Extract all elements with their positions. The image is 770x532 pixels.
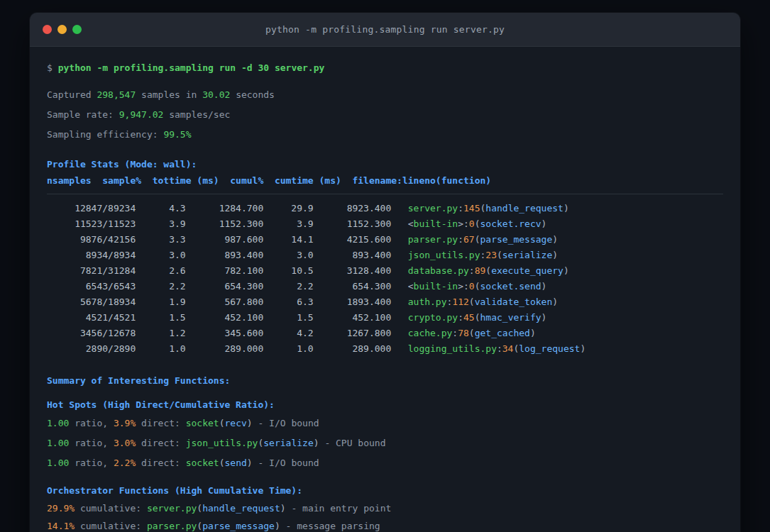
text-segment: python -m profiling.sampling run -d 30 s… [58, 62, 325, 73]
text-segment: server.py [147, 503, 197, 514]
text-segment: 2890/2890 1.0 289.000 1.0 289.000 [47, 343, 408, 354]
hot-spot-line: 1.00 ratio, 2.2% direct: socket(send) - … [47, 453, 723, 473]
text-segment: log_request [519, 343, 580, 354]
text-segment: cumulative: [75, 521, 147, 531]
text-segment: Sampling efficiency: [47, 129, 163, 140]
text-segment: - message parsing [280, 521, 380, 531]
text-segment: direct: [136, 458, 185, 468]
orchestrator-heading: Orchestrator Functions (High Cumulative … [47, 482, 723, 499]
text-segment: parse_message [202, 521, 275, 531]
text-segment: Sample rate: [47, 109, 119, 120]
text-segment: database.py [408, 265, 469, 276]
text-segment: hmac_verify [480, 312, 541, 323]
zoom-button[interactable] [72, 25, 82, 34]
text-segment: 3.0% [114, 438, 136, 448]
text-segment: 23 [485, 250, 497, 260]
text-segment: Captured [47, 89, 97, 100]
text-segment: ) [314, 438, 319, 448]
sampling-efficiency-line: Sampling efficiency: 99.5% [47, 125, 723, 145]
text-segment: built-in [414, 281, 458, 292]
text-segment: socket.send [480, 281, 541, 292]
text-segment: cache.py [408, 328, 453, 338]
text-segment: 34 [502, 343, 514, 354]
text-segment: ratio, [69, 418, 114, 428]
text-segment: parser.py [408, 234, 458, 245]
stats-row: 11523/11523 3.9 1152.300 3.9 1152.300 <b… [47, 216, 723, 232]
text-segment: < [408, 281, 414, 292]
profile-stats-heading: Profile Stats (Mode: wall): [47, 156, 723, 173]
text-segment: Orchestrator Functions (High Cumulative … [47, 485, 302, 496]
text-segment: parser.py [147, 521, 197, 531]
text-segment: Summary of Interesting Functions: [47, 375, 230, 386]
text-segment: 9,947.02 [119, 109, 164, 120]
text-segment: direct: [136, 418, 185, 428]
text-segment: - main entry point [286, 503, 392, 514]
traffic-lights [43, 25, 82, 34]
text-segment: recv [225, 418, 247, 428]
text-segment: : [458, 312, 463, 323]
terminal-titlebar[interactable]: python -m profiling.sampling run server.… [30, 13, 740, 47]
text-segment: nsamples sample% tottime (ms) cumul% cum… [47, 175, 491, 186]
text-segment: 1.00 [47, 418, 69, 428]
stats-columns-header: nsamples sample% tottime (ms) cumul% cum… [47, 173, 723, 189]
table-divider [47, 194, 723, 194]
stats-row: 6543/6543 2.2 654.300 2.2 654.300 <built… [47, 279, 723, 294]
hot-spots-heading: Hot Spots (High Direct/Cumulative Ratio)… [47, 397, 723, 414]
text-segment: 30.02 [202, 89, 230, 100]
text-segment: > [458, 281, 463, 292]
text-segment: ) [552, 297, 558, 307]
text-segment: ( [485, 265, 491, 276]
text-segment: 8934/8934 3.0 893.400 3.0 893.400 [47, 250, 408, 260]
text-segment: 112 [452, 297, 468, 307]
text-segment: ) [552, 250, 558, 260]
text-segment: logging_utils.py [408, 343, 497, 354]
text-segment: ( [219, 418, 225, 428]
text-segment: 145 [463, 203, 480, 214]
text-segment: ( [219, 458, 225, 468]
text-segment: : [458, 203, 463, 214]
text-segment: 0 [469, 218, 475, 229]
text-segment: 45 [463, 312, 475, 323]
text-segment: serialize [263, 438, 313, 448]
text-segment: ratio, [69, 438, 114, 448]
text-segment: $ [47, 62, 58, 73]
text-segment: validate_token [475, 297, 553, 307]
text-segment: 78 [458, 328, 469, 338]
text-segment: 2.2% [114, 458, 136, 468]
text-segment: ( [475, 234, 480, 245]
text-segment: 67 [463, 234, 475, 245]
text-segment: - I/O bound [253, 458, 319, 468]
minimize-button[interactable] [57, 25, 67, 34]
text-segment: < [408, 218, 414, 229]
text-segment: ( [497, 250, 502, 260]
text-segment: : [463, 281, 469, 292]
command-line: $ python -m profiling.sampling run -d 30… [47, 58, 723, 78]
text-segment: > [458, 218, 463, 229]
text-segment: ( [475, 218, 480, 229]
text-segment: ( [475, 281, 480, 292]
text-segment: socket.recv [480, 218, 541, 229]
text-segment: samples/sec [163, 109, 230, 120]
close-button[interactable] [43, 25, 52, 34]
window-title: python -m profiling.sampling run server.… [30, 24, 740, 35]
text-segment: 89 [475, 265, 486, 276]
text-segment: 1.00 [47, 458, 69, 468]
text-segment: cumulative: [75, 503, 147, 514]
text-segment: - I/O bound [253, 418, 319, 428]
text-segment: parse_message [480, 234, 553, 245]
text-segment: ) [530, 328, 536, 338]
summary-heading: Summary of Interesting Functions: [47, 372, 723, 389]
text-segment: ( [469, 328, 475, 338]
text-segment: ) [580, 343, 585, 354]
text-segment: : [497, 343, 502, 354]
text-segment: handle_request [202, 503, 280, 514]
text-segment: 6543/6543 2.2 654.300 2.2 654.300 [47, 281, 408, 292]
text-segment: 9876/42156 3.3 987.600 14.1 4215.600 [47, 234, 408, 245]
text-segment: ) [275, 521, 280, 531]
text-segment: send [225, 458, 247, 468]
text-segment: 3456/12678 1.2 345.600 4.2 1267.800 [47, 328, 408, 338]
hot-spot-line: 1.00 ratio, 3.0% direct: json_utils.py(s… [47, 433, 723, 453]
text-segment: ) [541, 281, 547, 292]
text-segment: ( [469, 297, 475, 307]
terminal-output[interactable]: $ python -m profiling.sampling run -d 30… [30, 47, 740, 532]
